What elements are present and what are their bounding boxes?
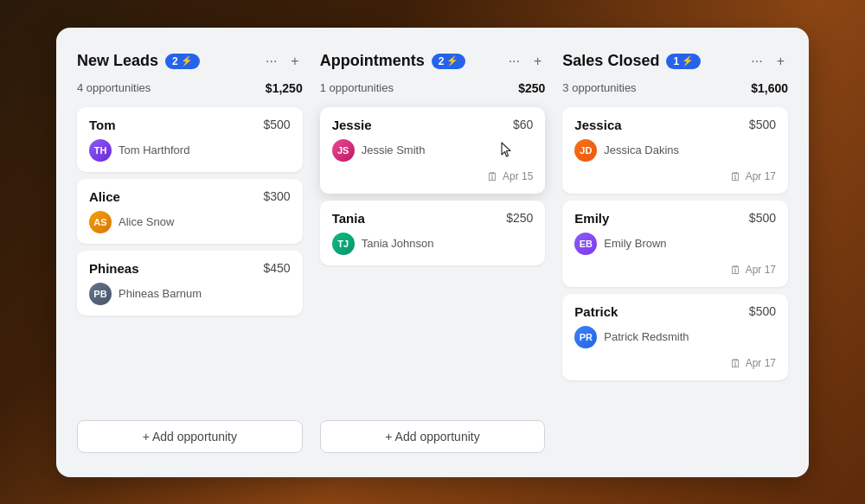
column-stats: 4 opportunities$1,250 [77,81,303,95]
column-badge: 2 ⚡ [432,54,466,69]
column-stats: 1 opportunities$250 [320,81,546,95]
lightning-icon: ⚡ [682,55,694,67]
card[interactable]: Jessie$60JSJessie Smith 🗓Apr 15 [320,107,546,194]
kanban-board: New Leads2 ⚡···+4 opportunities$1,250Tom… [56,28,809,477]
header-actions: ···+ [747,52,788,71]
add-opportunity-button[interactable]: + Add opportunity [77,420,303,453]
card-date-row: 🗓Apr 17 [574,170,776,183]
card-person-row: PRPatrick Redsmith [574,326,776,348]
column-title: Sales Closed [562,52,659,70]
more-options-button[interactable]: ··· [747,52,766,71]
column-badge: 2 ⚡ [165,54,200,69]
avatar: PB [89,283,112,305]
card[interactable]: Alice$300ASAlice Snow [77,179,303,244]
avatar: EB [574,233,597,255]
card[interactable]: Phineas$450PBPhineas Barnum [77,251,303,316]
card-name: Jessie [332,118,372,132]
add-column-button[interactable]: + [773,52,788,71]
header-actions: ···+ [262,52,303,71]
card-name: Tania [332,211,365,226]
card-person-row: PBPhineas Barnum [89,283,291,305]
person-name: Tom Harthford [119,144,189,156]
card-amount: $250 [506,211,533,225]
card-name: Patrick [574,304,618,319]
calendar-icon: 🗓 [730,264,741,277]
column-new-leads: New Leads2 ⚡···+4 opportunities$1,250Tom… [77,52,303,453]
avatar: JD [574,139,597,162]
card-amount: $500 [749,304,776,318]
column-appointments: Appointments2 ⚡···+1 opportunities$250Je… [320,52,546,453]
avatar: JS [332,139,355,162]
card-person-row: JSJessie Smith [332,139,534,162]
card-amount: $60 [513,118,533,131]
card-amount: $450 [264,261,291,275]
card-title-row: Jessie$60 [332,118,534,132]
card-date: Apr 17 [746,170,776,182]
card-amount: $300 [264,189,291,203]
opportunities-count: 1 opportunities [320,81,394,94]
person-name: Jessica Dakins [604,144,679,156]
person-name: Jessie Smith [362,144,426,156]
card[interactable]: Jessica$500JDJessica Dakins🗓Apr 17 [562,107,788,194]
column-title: New Leads [77,52,158,70]
card-name: Tom [89,118,116,132]
lightning-icon: ⚡ [446,55,458,67]
card-title-row: Phineas$450 [89,261,291,276]
person-name: Emily Brown [604,237,666,250]
header-actions: ···+ [505,52,546,71]
card-name: Emily [574,211,609,226]
card[interactable]: Emily$500EBEmily Brown🗓Apr 17 [562,201,788,287]
card-person-row: ASAlice Snow [89,211,291,233]
avatar: PR [574,326,597,348]
column-badge: 1 ⚡ [666,54,701,69]
card[interactable]: Tom$500THTom Harthford [77,107,303,172]
card[interactable]: Patrick$500PRPatrick Redsmith🗓Apr 17 [562,294,788,380]
add-opportunity-button[interactable]: + Add opportunity [320,420,546,453]
card-amount: $500 [749,118,776,131]
card-title-row: Jessica$500 [574,118,776,132]
card-amount: $500 [264,118,291,131]
card-title-row: Tom$500 [89,118,291,132]
opportunities-count: 3 opportunities [562,81,636,94]
card-amount: $500 [749,211,776,225]
column-title: Appointments [320,52,425,70]
card-date-row: 🗓Apr 17 [574,264,776,277]
column-header: Sales Closed1 ⚡···+ [562,52,788,71]
total-amount: $250 [518,81,545,95]
total-amount: $1,600 [751,81,788,95]
card-title-row: Tania$250 [332,211,534,226]
cards-list: Jessica$500JDJessica Dakins🗓Apr 17Emily$… [562,107,788,453]
avatar: AS [89,211,112,233]
card-title-row: Patrick$500 [574,304,776,319]
cursor-pointer [500,141,516,160]
card-title-row: Emily$500 [574,211,776,226]
column-stats: 3 opportunities$1,600 [562,81,788,95]
calendar-icon: 🗓 [487,170,498,183]
person-name: Tania Johnson [362,237,434,250]
card-date-row: 🗓Apr 15 [332,170,534,183]
total-amount: $1,250 [266,81,303,95]
add-column-button[interactable]: + [530,52,545,71]
lightning-icon: ⚡ [181,55,193,67]
card-name: Alice [89,189,120,204]
card-date: Apr 17 [746,264,776,276]
card-name: Phineas [89,261,139,276]
card-date-row: 🗓Apr 17 [574,357,776,370]
more-options-button[interactable]: ··· [262,52,280,71]
add-column-button[interactable]: + [287,52,302,71]
card-person-row: TJTania Johnson [332,233,534,255]
cards-list: Jessie$60JSJessie Smith 🗓Apr 15Tania$250… [320,107,546,410]
card-date: Apr 17 [746,357,776,369]
column-header: Appointments2 ⚡···+ [320,52,546,71]
card-title-row: Alice$300 [89,189,291,204]
calendar-icon: 🗓 [730,357,741,370]
person-name: Patrick Redsmith [604,330,689,343]
avatar: TH [89,139,112,162]
cards-list: Tom$500THTom HarthfordAlice$300ASAlice S… [77,107,303,410]
card[interactable]: Tania$250TJTania Johnson [320,201,546,265]
more-options-button[interactable]: ··· [505,52,523,71]
column-header: New Leads2 ⚡···+ [77,52,303,71]
card-person-row: JDJessica Dakins [574,139,776,162]
person-name: Alice Snow [119,215,174,228]
column-sales-closed: Sales Closed1 ⚡···+3 opportunities$1,600… [562,52,788,453]
